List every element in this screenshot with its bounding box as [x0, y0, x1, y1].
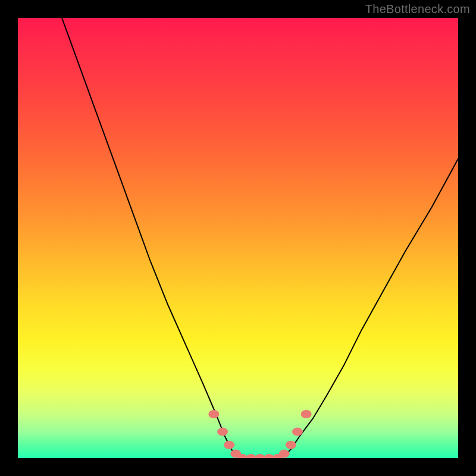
chart-svg	[18, 18, 458, 458]
data-marker	[217, 428, 228, 436]
data-marker	[224, 441, 234, 449]
plot-area	[18, 18, 458, 458]
watermark-text: TheBottleneck.com	[365, 2, 470, 16]
bottleneck-curve	[62, 18, 458, 458]
chart-frame: TheBottleneck.com	[0, 0, 476, 476]
curve-path	[62, 18, 458, 458]
data-marker	[208, 410, 219, 418]
data-marker	[286, 441, 296, 449]
data-marker	[279, 450, 290, 458]
data-marker	[301, 410, 312, 418]
data-markers	[208, 410, 311, 458]
data-marker	[292, 428, 303, 436]
